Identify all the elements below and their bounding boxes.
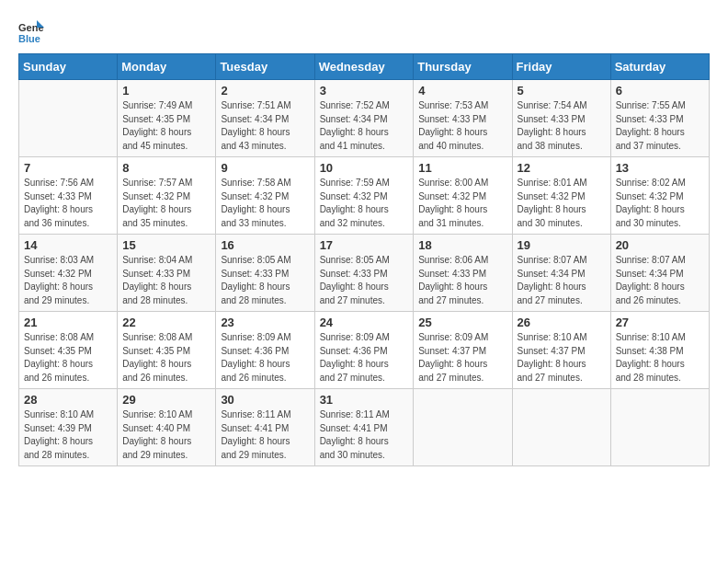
day-info: Sunrise: 8:06 AM Sunset: 4:33 PM Dayligh…: [418, 254, 506, 307]
day-cell: 5Sunrise: 7:54 AM Sunset: 4:33 PM Daylig…: [512, 80, 610, 157]
header-cell-sunday: Sunday: [19, 54, 118, 80]
day-number: 30: [221, 393, 309, 407]
day-cell: 11Sunrise: 8:00 AM Sunset: 4:32 PM Dayli…: [414, 157, 512, 235]
day-info: Sunrise: 7:57 AM Sunset: 4:32 PM Dayligh…: [122, 177, 210, 230]
day-cell: 16Sunrise: 8:05 AM Sunset: 4:33 PM Dayli…: [216, 235, 314, 312]
day-cell: 17Sunrise: 8:05 AM Sunset: 4:33 PM Dayli…: [314, 235, 414, 312]
day-number: 2: [221, 84, 309, 98]
day-cell: 14Sunrise: 8:03 AM Sunset: 4:32 PM Dayli…: [19, 235, 118, 312]
day-cell: 7Sunrise: 7:56 AM Sunset: 4:33 PM Daylig…: [19, 157, 118, 235]
day-cell: [19, 80, 118, 157]
day-info: Sunrise: 8:08 AM Sunset: 4:35 PM Dayligh…: [122, 331, 210, 385]
day-info: Sunrise: 7:51 AM Sunset: 4:34 PM Dayligh…: [221, 99, 309, 153]
day-cell: 12Sunrise: 8:01 AM Sunset: 4:32 PM Dayli…: [512, 157, 610, 235]
header-cell-thursday: Thursday: [414, 54, 512, 80]
day-info: Sunrise: 7:58 AM Sunset: 4:32 PM Dayligh…: [221, 177, 309, 230]
day-number: 28: [24, 393, 112, 407]
day-cell: 22Sunrise: 8:08 AM Sunset: 4:35 PM Dayli…: [118, 312, 216, 389]
day-info: Sunrise: 8:07 AM Sunset: 4:34 PM Dayligh…: [616, 254, 704, 307]
week-row-3: 14Sunrise: 8:03 AM Sunset: 4:32 PM Dayli…: [19, 235, 710, 312]
day-info: Sunrise: 8:03 AM Sunset: 4:32 PM Dayligh…: [24, 254, 112, 307]
day-cell: 3Sunrise: 7:52 AM Sunset: 4:34 PM Daylig…: [314, 80, 414, 157]
day-cell: 18Sunrise: 8:06 AM Sunset: 4:33 PM Dayli…: [414, 235, 512, 312]
day-cell: 28Sunrise: 8:10 AM Sunset: 4:39 PM Dayli…: [19, 389, 118, 466]
day-cell: 30Sunrise: 8:11 AM Sunset: 4:41 PM Dayli…: [216, 389, 314, 466]
day-number: 12: [518, 161, 606, 175]
day-info: Sunrise: 8:11 AM Sunset: 4:41 PM Dayligh…: [221, 408, 309, 462]
week-row-4: 21Sunrise: 8:08 AM Sunset: 4:35 PM Dayli…: [19, 312, 710, 389]
day-info: Sunrise: 8:09 AM Sunset: 4:36 PM Dayligh…: [221, 331, 309, 385]
day-info: Sunrise: 8:10 AM Sunset: 4:37 PM Dayligh…: [518, 331, 606, 385]
day-info: Sunrise: 8:00 AM Sunset: 4:32 PM Dayligh…: [418, 177, 506, 230]
day-info: Sunrise: 8:09 AM Sunset: 4:37 PM Dayligh…: [418, 331, 506, 385]
day-number: 16: [221, 238, 309, 252]
header-cell-wednesday: Wednesday: [314, 54, 414, 80]
day-number: 14: [24, 238, 112, 252]
day-info: Sunrise: 8:07 AM Sunset: 4:34 PM Dayligh…: [518, 254, 606, 307]
day-number: 27: [616, 316, 704, 329]
calendar-table: SundayMondayTuesdayWednesdayThursdayFrid…: [18, 53, 710, 466]
week-row-5: 28Sunrise: 8:10 AM Sunset: 4:39 PM Dayli…: [19, 389, 710, 466]
day-cell: 9Sunrise: 7:58 AM Sunset: 4:32 PM Daylig…: [216, 157, 314, 235]
day-cell: 24Sunrise: 8:09 AM Sunset: 4:36 PM Dayli…: [314, 312, 414, 389]
header: General Blue: [18, 18, 710, 44]
day-number: 7: [24, 161, 112, 175]
day-cell: 13Sunrise: 8:02 AM Sunset: 4:32 PM Dayli…: [610, 157, 709, 235]
logo-icon: General Blue: [18, 18, 44, 44]
day-info: Sunrise: 8:10 AM Sunset: 4:39 PM Dayligh…: [24, 408, 112, 462]
week-row-2: 7Sunrise: 7:56 AM Sunset: 4:33 PM Daylig…: [19, 157, 710, 235]
day-info: Sunrise: 7:54 AM Sunset: 4:33 PM Dayligh…: [518, 99, 606, 153]
day-number: 21: [24, 316, 112, 329]
day-info: Sunrise: 8:09 AM Sunset: 4:36 PM Dayligh…: [320, 331, 409, 385]
day-info: Sunrise: 7:53 AM Sunset: 4:33 PM Dayligh…: [418, 99, 506, 153]
day-cell: [512, 389, 610, 466]
day-number: 17: [320, 238, 409, 252]
day-number: 4: [418, 84, 506, 98]
day-info: Sunrise: 8:01 AM Sunset: 4:32 PM Dayligh…: [518, 177, 606, 230]
day-cell: 8Sunrise: 7:57 AM Sunset: 4:32 PM Daylig…: [118, 157, 216, 235]
header-cell-friday: Friday: [512, 54, 610, 80]
svg-text:Blue: Blue: [18, 33, 40, 44]
day-info: Sunrise: 8:02 AM Sunset: 4:32 PM Dayligh…: [616, 177, 704, 230]
header-row: SundayMondayTuesdayWednesdayThursdayFrid…: [19, 54, 710, 80]
day-info: Sunrise: 8:08 AM Sunset: 4:35 PM Dayligh…: [24, 331, 112, 385]
logo: General Blue: [18, 18, 48, 44]
day-number: 24: [320, 316, 409, 329]
day-info: Sunrise: 8:10 AM Sunset: 4:40 PM Dayligh…: [122, 408, 210, 462]
day-number: 23: [221, 316, 309, 329]
day-info: Sunrise: 8:04 AM Sunset: 4:33 PM Dayligh…: [122, 254, 210, 307]
day-number: 8: [122, 161, 210, 175]
day-number: 10: [320, 161, 409, 175]
day-info: Sunrise: 7:49 AM Sunset: 4:35 PM Dayligh…: [122, 99, 210, 153]
day-number: 26: [518, 316, 606, 329]
day-cell: 10Sunrise: 7:59 AM Sunset: 4:32 PM Dayli…: [314, 157, 414, 235]
day-number: 20: [616, 238, 704, 252]
day-cell: 20Sunrise: 8:07 AM Sunset: 4:34 PM Dayli…: [610, 235, 709, 312]
day-number: 22: [122, 316, 210, 329]
day-number: 18: [418, 238, 506, 252]
day-cell: [610, 389, 709, 466]
day-cell: 6Sunrise: 7:55 AM Sunset: 4:33 PM Daylig…: [610, 80, 709, 157]
day-cell: 2Sunrise: 7:51 AM Sunset: 4:34 PM Daylig…: [216, 80, 314, 157]
day-info: Sunrise: 8:05 AM Sunset: 4:33 PM Dayligh…: [221, 254, 309, 307]
day-number: 6: [616, 84, 704, 98]
week-row-1: 1Sunrise: 7:49 AM Sunset: 4:35 PM Daylig…: [19, 80, 710, 157]
day-number: 15: [122, 238, 210, 252]
day-info: Sunrise: 7:52 AM Sunset: 4:34 PM Dayligh…: [320, 99, 409, 153]
day-cell: 23Sunrise: 8:09 AM Sunset: 4:36 PM Dayli…: [216, 312, 314, 389]
day-number: 11: [418, 161, 506, 175]
day-cell: 31Sunrise: 8:11 AM Sunset: 4:41 PM Dayli…: [314, 389, 414, 466]
header-cell-saturday: Saturday: [610, 54, 709, 80]
day-info: Sunrise: 8:10 AM Sunset: 4:38 PM Dayligh…: [616, 331, 704, 385]
day-number: 13: [616, 161, 704, 175]
day-cell: 27Sunrise: 8:10 AM Sunset: 4:38 PM Dayli…: [610, 312, 709, 389]
day-cell: 26Sunrise: 8:10 AM Sunset: 4:37 PM Dayli…: [512, 312, 610, 389]
header-cell-monday: Monday: [118, 54, 216, 80]
header-cell-tuesday: Tuesday: [216, 54, 314, 80]
day-number: 25: [418, 316, 506, 329]
day-info: Sunrise: 8:05 AM Sunset: 4:33 PM Dayligh…: [320, 254, 409, 307]
day-cell: 4Sunrise: 7:53 AM Sunset: 4:33 PM Daylig…: [414, 80, 512, 157]
day-number: 5: [518, 84, 606, 98]
day-number: 29: [122, 393, 210, 407]
day-cell: 15Sunrise: 8:04 AM Sunset: 4:33 PM Dayli…: [118, 235, 216, 312]
